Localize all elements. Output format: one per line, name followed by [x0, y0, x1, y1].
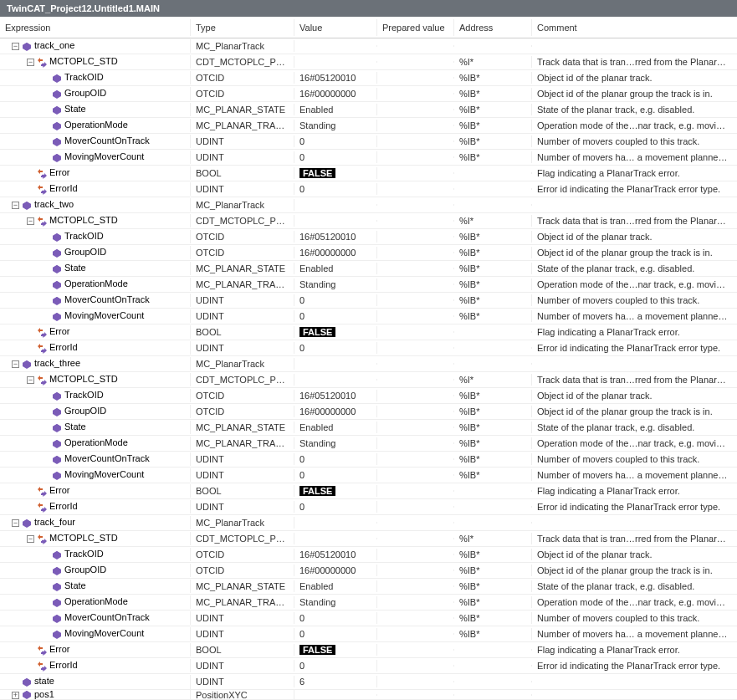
- table-row[interactable]: MovingMoverCountUDINT0%IB*Number of move…: [0, 468, 737, 483]
- expression-cell[interactable]: −MCTOPLC_STD: [0, 373, 191, 386]
- table-row[interactable]: −MCTOPLC_STDCDT_MCTOPLC_PLA…%I*Track dat…: [0, 531, 737, 547]
- value-cell[interactable]: [294, 363, 377, 365]
- table-row[interactable]: StateMC_PLANAR_STATEEnabled%IB*State of …: [0, 261, 737, 277]
- expression-cell[interactable]: ErrorId: [0, 182, 191, 195]
- prepared-cell[interactable]: [377, 474, 454, 476]
- header-type[interactable]: Type: [191, 19, 294, 36]
- prepared-cell[interactable]: [377, 252, 454, 253]
- prepared-cell[interactable]: [377, 363, 454, 365]
- table-row[interactable]: −MCTOPLC_STDCDT_MCTOPLC_PLA…%I*Track dat…: [0, 372, 737, 388]
- prepared-cell[interactable]: [377, 681, 454, 682]
- value-cell[interactable]: [294, 694, 377, 696]
- table-row[interactable]: OperationModeMC_PLANAR_TRACK…Standing%IB…: [0, 436, 737, 452]
- prepared-cell[interactable]: [377, 45, 454, 47]
- value-cell[interactable]: 0: [294, 342, 377, 354]
- prepared-cell[interactable]: [377, 694, 454, 696]
- value-cell[interactable]: 0: [294, 501, 377, 513]
- expression-cell[interactable]: Error: [0, 643, 191, 656]
- table-row[interactable]: ErrorBOOLFALSEFlag indicating a PlanarTr…: [0, 642, 737, 658]
- expression-cell[interactable]: state: [0, 675, 191, 687]
- expression-cell[interactable]: TrackOID: [0, 71, 191, 84]
- expander-icon[interactable]: −: [27, 376, 34, 384]
- table-row[interactable]: −track_oneMC_PlanarTrack: [0, 38, 737, 54]
- prepared-cell[interactable]: [377, 315, 454, 317]
- table-row[interactable]: −track_fourMC_PlanarTrack: [0, 515, 737, 531]
- expression-cell[interactable]: ErrorId: [0, 659, 191, 672]
- expression-cell[interactable]: GroupOID: [0, 246, 191, 258]
- value-cell[interactable]: 16#05120010: [294, 390, 377, 401]
- value-cell[interactable]: [294, 220, 377, 222]
- prepared-cell[interactable]: [377, 617, 454, 619]
- table-row[interactable]: ErrorIdUDINT0Error id indicating the Pla…: [0, 340, 737, 356]
- expression-cell[interactable]: MovingMoverCount: [0, 151, 191, 163]
- prepared-cell[interactable]: [377, 172, 454, 174]
- expander-icon[interactable]: −: [12, 202, 19, 209]
- expression-cell[interactable]: GroupOID: [0, 405, 191, 417]
- value-cell[interactable]: FALSE: [294, 644, 377, 656]
- prepared-cell[interactable]: [377, 93, 454, 95]
- value-cell[interactable]: 16#00000000: [294, 565, 377, 576]
- table-row[interactable]: GroupOIDOTCID16#00000000%IB*Object id of…: [0, 404, 737, 420]
- value-cell[interactable]: FALSE: [294, 485, 377, 497]
- table-row[interactable]: ErrorBOOLFALSEFlag indicating a PlanarTr…: [0, 324, 737, 340]
- table-row[interactable]: ErrorBOOLFALSEFlag indicating a PlanarTr…: [0, 166, 737, 181]
- expression-cell[interactable]: MovingMoverCount: [0, 468, 191, 481]
- value-cell[interactable]: FALSE: [294, 167, 377, 179]
- table-row[interactable]: MoverCountOnTrackUDINT0%IB*Number of mov…: [0, 293, 737, 309]
- header-expression[interactable]: Expression: [0, 19, 191, 36]
- value-cell[interactable]: [294, 379, 377, 381]
- prepared-cell[interactable]: [377, 458, 454, 460]
- table-row[interactable]: GroupOIDOTCID16#00000000%IB*Object id of…: [0, 86, 737, 102]
- value-cell[interactable]: Enabled: [294, 422, 377, 433]
- value-cell[interactable]: [294, 61, 377, 63]
- value-cell[interactable]: Enabled: [294, 580, 377, 592]
- expression-cell[interactable]: +pos1: [0, 688, 191, 700]
- prepared-cell[interactable]: [377, 236, 454, 238]
- prepared-cell[interactable]: [377, 490, 454, 492]
- prepared-cell[interactable]: [377, 141, 454, 142]
- table-row[interactable]: MoverCountOnTrackUDINT0%IB*Number of mov…: [0, 134, 737, 150]
- table-row[interactable]: OperationModeMC_PLANAR_TRACK…Standing%IB…: [0, 118, 737, 134]
- table-row[interactable]: TrackOIDOTCID16#05120010%IB*Object id of…: [0, 547, 737, 563]
- prepared-cell[interactable]: [377, 554, 454, 555]
- prepared-cell[interactable]: [377, 188, 454, 190]
- expression-cell[interactable]: State: [0, 580, 191, 592]
- table-row[interactable]: +pos1PositionXYC: [0, 690, 737, 700]
- expression-cell[interactable]: TrackOID: [0, 230, 191, 243]
- table-row[interactable]: MoverCountOnTrackUDINT0%IB*Number of mov…: [0, 611, 737, 626]
- value-cell[interactable]: 0: [294, 628, 377, 640]
- prepared-cell[interactable]: [377, 61, 454, 63]
- table-row[interactable]: TrackOIDOTCID16#05120010%IB*Object id of…: [0, 388, 737, 404]
- value-cell[interactable]: 0: [294, 151, 377, 163]
- header-prepared[interactable]: Prepared value: [377, 19, 454, 36]
- prepared-cell[interactable]: [377, 538, 454, 539]
- prepared-cell[interactable]: [377, 125, 454, 126]
- prepared-cell[interactable]: [377, 379, 454, 381]
- expression-cell[interactable]: TrackOID: [0, 389, 191, 401]
- table-row[interactable]: −MCTOPLC_STDCDT_MCTOPLC_PLA…%I*Track dat…: [0, 54, 737, 70]
- expression-cell[interactable]: ErrorId: [0, 500, 191, 513]
- value-cell[interactable]: 0: [294, 469, 377, 481]
- table-row[interactable]: MovingMoverCountUDINT0%IB*Number of move…: [0, 626, 737, 642]
- table-row[interactable]: GroupOIDOTCID16#00000000%IB*Object id of…: [0, 563, 737, 579]
- expander-icon[interactable]: +: [12, 692, 19, 699]
- value-cell[interactable]: 16#00000000: [294, 406, 377, 417]
- header-value[interactable]: Value: [294, 19, 377, 36]
- value-cell[interactable]: 0: [294, 453, 377, 465]
- value-cell[interactable]: Enabled: [294, 263, 377, 274]
- prepared-cell[interactable]: [377, 284, 454, 285]
- expression-cell[interactable]: Error: [0, 325, 191, 338]
- value-cell[interactable]: 16#00000000: [294, 88, 377, 100]
- prepared-cell[interactable]: [377, 427, 454, 428]
- prepared-cell[interactable]: [377, 601, 454, 603]
- value-cell[interactable]: Standing: [294, 120, 377, 131]
- expression-cell[interactable]: −track_two: [0, 198, 191, 211]
- expression-cell[interactable]: MoverCountOnTrack: [0, 452, 191, 465]
- expression-cell[interactable]: −MCTOPLC_STD: [0, 532, 191, 544]
- expression-cell[interactable]: −track_four: [0, 516, 191, 529]
- prepared-cell[interactable]: [377, 633, 454, 635]
- prepared-cell[interactable]: [377, 220, 454, 222]
- expression-cell[interactable]: −MCTOPLC_STD: [0, 214, 191, 227]
- expander-icon[interactable]: −: [27, 535, 34, 543]
- value-cell[interactable]: 16#05120010: [294, 72, 377, 84]
